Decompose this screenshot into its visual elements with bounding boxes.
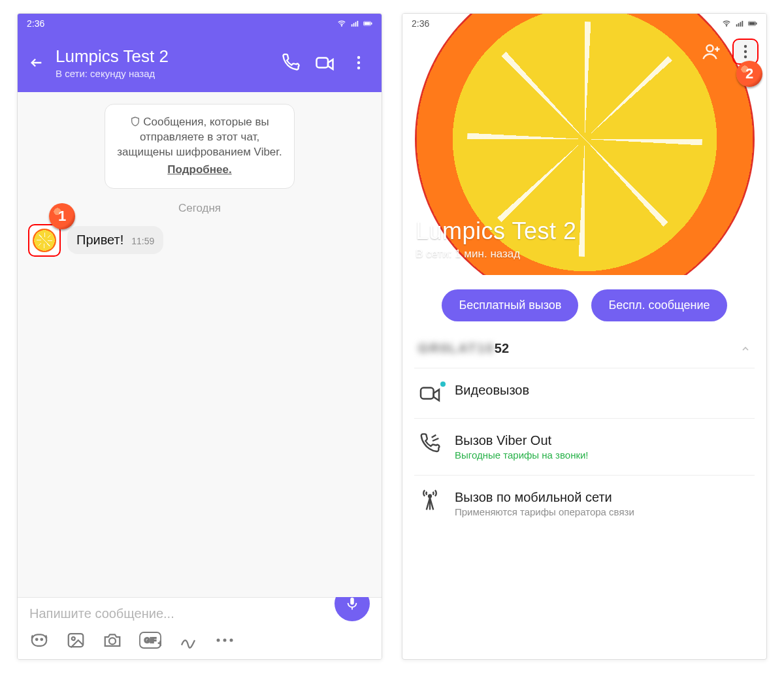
profile-body: Бесплатный вызов Беспл. сообщение GR0LAT… (402, 275, 766, 528)
signal-icon (350, 19, 359, 28)
phone-number-row[interactable]: GR0LAT1052 (414, 338, 755, 364)
status-time: 2:36 (412, 18, 429, 29)
voice-call-icon[interactable] (280, 52, 302, 74)
chat-body: Сообщения, которые вы отправляете в этот… (18, 92, 382, 597)
divider (414, 418, 755, 419)
svg-point-24 (223, 639, 227, 642)
status-bar: 2:36 (18, 14, 382, 33)
message-time: 11:59 (131, 236, 154, 246)
svg-rect-40 (421, 388, 434, 399)
phone-right: 2:36 2 Lumpics Test 2 В сети: 1 мин. наз… (402, 13, 767, 660)
chat-title-block[interactable]: Lumpics Test 2 В сети: секунду назад (56, 46, 268, 79)
svg-rect-6 (365, 22, 370, 25)
status-time: 2:36 (27, 18, 44, 29)
svg-rect-28 (738, 23, 740, 26)
svg-point-15 (36, 639, 38, 641)
status-indicators (722, 19, 757, 28)
battery-icon (363, 19, 372, 28)
svg-point-38 (744, 50, 747, 53)
option-subtitle: Выгодные тарифы на звонки! (455, 449, 589, 461)
phone-left: 2:36 Lumpics Test 2 В сети: секунду наза… (17, 13, 382, 660)
message-text: Привет! (76, 233, 123, 248)
status-bar: 2:36 (402, 14, 766, 33)
option-label: Видеовызов (455, 383, 529, 398)
cell-tower-icon (417, 490, 443, 511)
lemon-avatar-icon (33, 229, 56, 252)
callout-badge-1: 1 (49, 203, 75, 229)
status-indicators (337, 19, 372, 28)
encryption-notice[interactable]: Сообщения, которые вы отправляете в этот… (105, 104, 295, 189)
encryption-text-1: Сообщения, которые вы (143, 116, 269, 128)
shield-icon (130, 116, 140, 127)
signal-icon (735, 19, 744, 28)
message-row: Привет! 11:59 1 (28, 224, 371, 257)
doodle-icon[interactable] (178, 630, 198, 650)
more-toolbar-icon[interactable] (215, 637, 235, 643)
encryption-more-link[interactable]: Подробнее. (117, 163, 282, 178)
svg-point-39 (744, 56, 747, 58)
svg-point-25 (230, 639, 233, 642)
svg-rect-32 (749, 22, 755, 25)
svg-rect-2 (353, 23, 355, 26)
svg-rect-8 (317, 58, 329, 68)
back-icon[interactable] (412, 42, 427, 58)
phone-number-blurred: GR0LAT10 (418, 341, 495, 355)
svg-point-0 (341, 25, 342, 26)
gif-icon[interactable]: GIF+ (139, 632, 161, 649)
date-separator: Сегодня (28, 202, 371, 215)
viber-out-icon (417, 433, 443, 454)
svg-point-11 (357, 67, 360, 69)
svg-rect-17 (69, 634, 84, 647)
svg-point-26 (726, 25, 727, 26)
profile-name: Lumpics Test 2 (416, 218, 576, 245)
back-icon[interactable] (29, 56, 44, 70)
svg-point-41 (429, 495, 431, 498)
message-input[interactable]: Напишите сообщение... (29, 606, 335, 621)
encryption-text-2: отправляете в этот чат, (140, 131, 259, 143)
svg-point-10 (357, 61, 360, 64)
chat-header: Lumpics Test 2 В сети: секунду назад (18, 33, 382, 92)
dot-badge-icon (440, 382, 446, 387)
battery-icon (748, 19, 757, 28)
svg-rect-4 (357, 21, 359, 27)
more-icon[interactable] (348, 52, 370, 74)
message-bubble[interactable]: Привет! 11:59 (67, 226, 163, 254)
sticker-icon[interactable] (29, 630, 49, 650)
svg-rect-33 (756, 23, 757, 25)
svg-rect-3 (355, 22, 357, 27)
message-avatar-highlight[interactable] (28, 224, 61, 257)
svg-rect-14 (32, 634, 47, 646)
camera-icon[interactable] (103, 630, 122, 650)
wifi-icon (337, 19, 346, 28)
chevron-up-icon (740, 344, 751, 354)
chat-status: В сети: секунду назад (56, 68, 268, 79)
option-video-call[interactable]: Видеовызов (414, 372, 755, 414)
option-cellular-call[interactable]: Вызов по мобильной сети Применяются тари… (414, 479, 755, 528)
input-bar: Напишите сообщение... GIF+ (18, 597, 382, 659)
chat-title: Lumpics Test 2 (56, 46, 268, 67)
wifi-icon (722, 19, 731, 28)
svg-rect-7 (371, 23, 372, 25)
option-viber-out[interactable]: Вызов Viber Out Выгодные тарифы на звонк… (414, 423, 755, 471)
svg-rect-30 (742, 21, 743, 27)
svg-point-9 (357, 56, 360, 59)
callout-badge-2: 2 (736, 61, 762, 87)
encryption-text-3: защищены шифрованием Viber. (117, 146, 282, 158)
svg-text:GIF: GIF (144, 636, 157, 644)
svg-rect-12 (350, 598, 354, 605)
free-call-button[interactable]: Бесплатный вызов (442, 289, 578, 321)
phone-number-tail: 52 (495, 341, 509, 355)
add-contact-icon[interactable] (698, 39, 725, 65)
svg-rect-1 (351, 24, 353, 27)
option-subtitle: Применяются тарифы оператора связи (455, 506, 634, 517)
free-message-button[interactable]: Беспл. сообщение (591, 289, 727, 321)
profile-text: Lumpics Test 2 В сети: 1 мин. назад (416, 218, 576, 261)
input-toolbar: GIF+ (29, 630, 370, 650)
svg-point-19 (109, 638, 116, 644)
divider (414, 475, 755, 476)
svg-point-18 (72, 637, 75, 640)
video-call-icon[interactable] (314, 52, 336, 74)
svg-rect-29 (740, 22, 742, 27)
video-icon (417, 383, 443, 404)
gallery-icon[interactable] (66, 630, 86, 650)
